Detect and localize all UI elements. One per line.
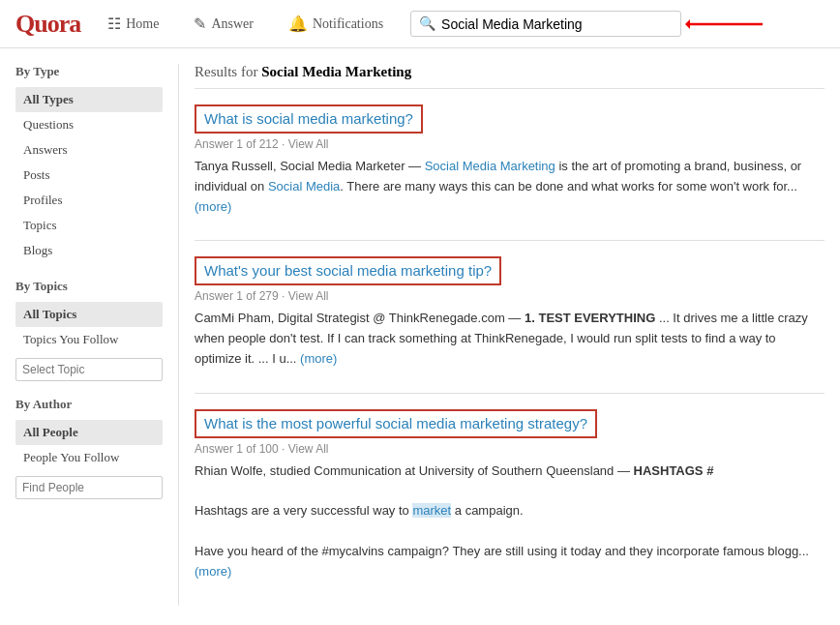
result-2-count: Answer 1 of 279 [195,289,279,303]
result-1-count: Answer 1 of 212 [195,137,279,151]
sidebar: By Type All Types Questions Answers Post… [15,64,178,606]
result-item-2: What's your best social media marketing … [195,256,825,369]
by-topics-title: By Topics [15,279,163,294]
sidebar-questions[interactable]: Questions [15,112,163,137]
sidebar-answers[interactable]: Answers [15,137,163,163]
result-1-title-box: What is social media marketing? [195,104,423,134]
result-1-view-all[interactable]: View All [288,137,329,151]
result-3-title-box: What is the most powerful social media m… [195,409,597,438]
search-input[interactable] [441,16,673,32]
highlight-test: 1. TEST EVERYTHING [525,311,655,325]
search-icon: 🔍 [419,15,435,32]
notifications-nav-item[interactable]: 🔔 Notifications [281,11,391,37]
search-container: 🔍 [410,11,681,37]
sidebar-topics[interactable]: Topics [15,213,163,238]
highlight-social-media-1: Social Media [268,179,340,193]
home-icon: ☷ [107,15,121,33]
highlight-social-media-marketing-1: Social Media Marketing [425,159,555,173]
sidebar-posts[interactable]: Posts [15,163,163,188]
bell-icon: 🔔 [288,15,308,33]
result-2-title-link[interactable]: What's your best social media marketing … [204,262,492,279]
result-3-meta: Answer 1 of 100 · View All [195,442,825,456]
select-topic-input[interactable] [15,358,163,381]
result-2-title-box: What's your best social media marketing … [195,256,501,285]
quora-logo[interactable]: Quora [15,10,80,39]
results-prefix: Results for [195,64,261,79]
sidebar-blogs[interactable]: Blogs [15,238,163,263]
result-2-meta: Answer 1 of 279 · View All [195,289,825,303]
divider-2 [195,393,825,394]
sidebar-people-you-follow[interactable]: People You Follow [15,445,163,470]
results-panel: Results for Social Media Marketing What … [178,64,825,606]
red-arrow [685,15,772,34]
home-nav-label: Home [126,16,159,32]
result-3-title-link[interactable]: What is the most powerful social media m… [204,415,587,432]
result-3-body: Rhian Wolfe, studied Communication at Un… [195,461,825,582]
main-content: By Type All Types Questions Answers Post… [0,48,840,621]
sidebar-all-people[interactable]: All People [15,420,163,445]
result-1-body: Tanya Russell, Social Media Marketer — S… [195,157,825,217]
result-2-more-link[interactable]: (more) [300,351,337,366]
by-type-title: By Type [15,64,163,79]
divider-1 [195,240,825,241]
result-1-more-link[interactable]: (more) [195,199,231,214]
sidebar-topics-you-follow[interactable]: Topics You Follow [15,327,163,352]
result-3-more-link[interactable]: (more) [195,564,231,579]
sidebar-profiles[interactable]: Profiles [15,188,163,213]
result-item-1: What is social media marketing? Answer 1… [195,104,825,217]
result-1-title-link[interactable]: What is social media marketing? [204,110,413,127]
sidebar-all-topics[interactable]: All Topics [15,302,163,327]
answer-nav-item[interactable]: ✎ Answer [186,11,261,37]
notifications-nav-label: Notifications [313,16,383,32]
result-item-3: What is the most powerful social media m… [195,409,825,582]
answer-icon: ✎ [194,15,206,33]
results-query: Social Media Marketing [261,64,411,79]
highlight-hashtags: HASHTAGS # [634,463,714,478]
sidebar-all-types[interactable]: All Types [15,87,163,112]
header: Quora ☷ Home ✎ Answer 🔔 Notifications 🔍 [0,0,840,48]
highlight-market: market [412,503,451,518]
result-1-meta: Answer 1 of 212 · View All [195,137,825,151]
result-3-view-all[interactable]: View All [288,442,329,456]
answer-nav-label: Answer [211,16,254,32]
results-header: Results for Social Media Marketing [195,64,825,89]
find-people-input[interactable] [15,476,163,499]
result-2-view-all[interactable]: View All [288,289,329,303]
svg-marker-1 [685,19,690,29]
home-nav-item[interactable]: ☷ Home [100,11,166,37]
by-author-title: By Author [15,397,163,412]
result-3-count: Answer 1 of 100 [195,442,279,456]
result-2-body: CamMi Pham, Digital Strategist @ ThinkRe… [195,309,825,369]
